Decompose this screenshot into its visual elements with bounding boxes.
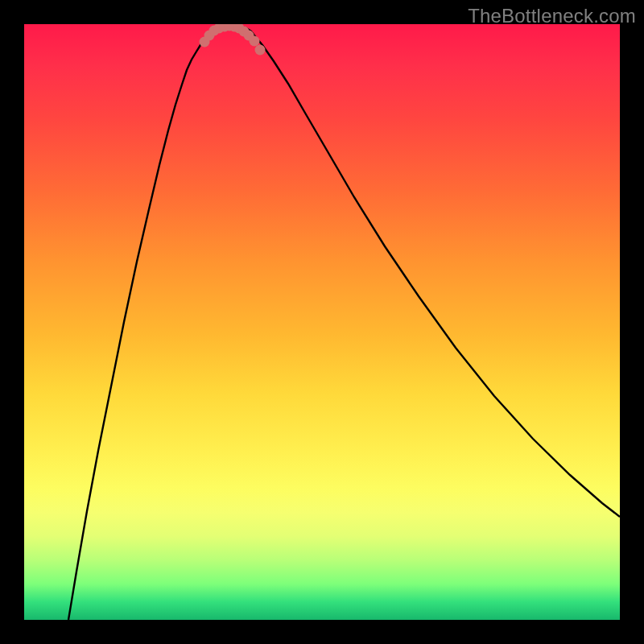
watermark-label: TheBottleneck.com <box>468 5 636 27</box>
pink-dot <box>255 45 266 56</box>
pink-dot <box>250 36 260 47</box>
left-branch-path <box>68 32 209 620</box>
chart-frame <box>24 24 620 620</box>
chart-svg <box>24 24 620 620</box>
curve-group <box>68 25 620 620</box>
pink-dots-group <box>200 24 266 56</box>
right-branch-path <box>254 35 620 517</box>
